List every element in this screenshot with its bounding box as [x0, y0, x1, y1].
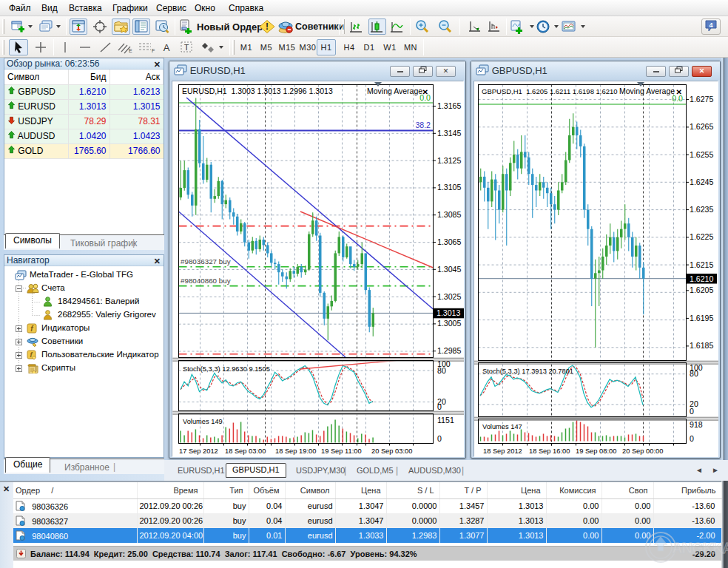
- svg-text:!: !: [266, 21, 269, 32]
- svg-text:Volumes 147: Volumes 147: [482, 423, 522, 430]
- svg-text:0: 0: [690, 434, 694, 443]
- svg-text:20 Sep 00:00: 20 Sep 00:00: [622, 447, 663, 455]
- svg-text:0: 0: [437, 434, 442, 443]
- svg-text:#98036327 buy: #98036327 buy: [181, 257, 231, 266]
- svg-text:Moving Average: Moving Average: [619, 87, 675, 95]
- svg-text:18 Sep 19:00: 18 Sep 19:00: [275, 447, 316, 455]
- svg-text:1.6235: 1.6235: [690, 205, 714, 214]
- svg-text:1.3125: 1.3125: [437, 156, 462, 165]
- svg-text:18 Sep 2012: 18 Sep 2012: [483, 447, 522, 455]
- svg-text:1.3045: 1.3045: [437, 265, 462, 274]
- svg-text:1.3145: 1.3145: [437, 129, 462, 138]
- svg-text:4: 4: [709, 21, 712, 29]
- svg-text:80: 80: [437, 366, 446, 375]
- svg-text:1.6185: 1.6185: [690, 341, 714, 350]
- svg-text:1.3165: 1.3165: [437, 101, 462, 110]
- svg-text:1.6245: 1.6245: [690, 178, 714, 186]
- svg-text:0: 0: [437, 402, 442, 411]
- svg-text:#98040860 buy: #98040860 buy: [181, 277, 231, 285]
- svg-text:1.6225: 1.6225: [690, 232, 714, 241]
- svg-text:19 Sep 11:00: 19 Sep 11:00: [321, 447, 362, 455]
- svg-text:18 Sep 03:00: 18 Sep 03:00: [225, 447, 266, 455]
- svg-text:1.6205: 1.6205: [690, 285, 714, 294]
- svg-text:1.6265: 1.6265: [690, 122, 714, 131]
- svg-text:1.3013: 1.3013: [437, 308, 461, 317]
- svg-text:1151: 1151: [437, 416, 454, 425]
- svg-text:Stoch(5,3,3) 12.9630 9.1505: Stoch(5,3,3) 12.9630 9.1505: [183, 365, 270, 373]
- svg-text:Volumes 149: Volumes 149: [183, 418, 223, 425]
- svg-text:0.0: 0.0: [672, 94, 683, 103]
- svg-text:20 Sep 03:00: 20 Sep 03:00: [371, 447, 412, 455]
- svg-text:1.6255: 1.6255: [690, 150, 714, 159]
- svg-text:Stoch(5,3,3) 17.3913 20.7801: Stoch(5,3,3) 17.3913 20.7801: [482, 368, 573, 375]
- svg-text:38.2: 38.2: [415, 121, 431, 129]
- svg-text:EURUSD,H1 1.3003 1.3013 1.299: EURUSD,H1 1.3003 1.3013 1.2996 1.3013: [182, 87, 333, 95]
- svg-text:1.2985: 1.2985: [437, 346, 462, 355]
- svg-text:0: 0: [690, 407, 694, 416]
- svg-text:1.3065: 1.3065: [437, 237, 462, 246]
- svg-text:1.3105: 1.3105: [437, 183, 462, 192]
- svg-text:E: E: [129, 48, 132, 53]
- svg-text:1.3085: 1.3085: [437, 210, 462, 219]
- svg-text:19 Sep 08:00: 19 Sep 08:00: [576, 447, 616, 455]
- svg-text:1.3005: 1.3005: [437, 319, 462, 328]
- svg-text:1.6215: 1.6215: [690, 260, 714, 269]
- svg-text:0.0: 0.0: [419, 93, 431, 102]
- svg-text:918: 918: [690, 420, 703, 429]
- svg-text:18 Sep 16:00: 18 Sep 16:00: [529, 447, 570, 455]
- svg-text:1.6210: 1.6210: [690, 274, 714, 283]
- svg-text:1.6275: 1.6275: [690, 95, 714, 104]
- svg-text:Moving Average: Moving Average: [367, 87, 422, 95]
- svg-text:F: F: [152, 48, 155, 53]
- svg-text:80: 80: [690, 369, 698, 378]
- svg-text:A: A: [164, 42, 170, 53]
- svg-text:T: T: [184, 43, 189, 52]
- svg-text:GBPUSD,H1 1.6205 1.6211 1.619: GBPUSD,H1 1.6205 1.6211 1.6198 1.6210: [482, 87, 618, 95]
- svg-text:17 Sep 2012: 17 Sep 2012: [179, 447, 218, 455]
- svg-text:ANGKKA: ANGKKA: [672, 540, 728, 556]
- svg-text:1.3025: 1.3025: [437, 292, 462, 301]
- svg-text:1.6195: 1.6195: [690, 314, 714, 322]
